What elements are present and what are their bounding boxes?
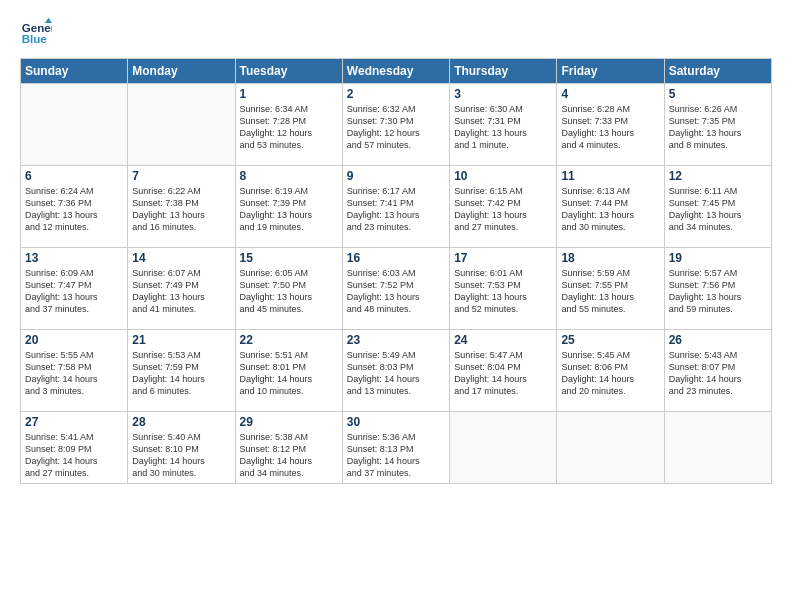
day-number: 14 xyxy=(132,251,230,265)
day-number: 3 xyxy=(454,87,552,101)
col-header-friday: Friday xyxy=(557,59,664,84)
calendar-cell: 26Sunrise: 5:43 AM Sunset: 8:07 PM Dayli… xyxy=(664,330,771,412)
day-number: 18 xyxy=(561,251,659,265)
day-info: Sunrise: 5:53 AM Sunset: 7:59 PM Dayligh… xyxy=(132,349,230,398)
calendar-cell: 14Sunrise: 6:07 AM Sunset: 7:49 PM Dayli… xyxy=(128,248,235,330)
col-header-tuesday: Tuesday xyxy=(235,59,342,84)
calendar-cell: 19Sunrise: 5:57 AM Sunset: 7:56 PM Dayli… xyxy=(664,248,771,330)
calendar-cell: 21Sunrise: 5:53 AM Sunset: 7:59 PM Dayli… xyxy=(128,330,235,412)
day-number: 13 xyxy=(25,251,123,265)
day-info: Sunrise: 6:01 AM Sunset: 7:53 PM Dayligh… xyxy=(454,267,552,316)
calendar-cell: 12Sunrise: 6:11 AM Sunset: 7:45 PM Dayli… xyxy=(664,166,771,248)
calendar-cell: 17Sunrise: 6:01 AM Sunset: 7:53 PM Dayli… xyxy=(450,248,557,330)
day-info: Sunrise: 5:36 AM Sunset: 8:13 PM Dayligh… xyxy=(347,431,445,480)
day-info: Sunrise: 6:03 AM Sunset: 7:52 PM Dayligh… xyxy=(347,267,445,316)
day-info: Sunrise: 6:32 AM Sunset: 7:30 PM Dayligh… xyxy=(347,103,445,152)
calendar-cell: 2Sunrise: 6:32 AM Sunset: 7:30 PM Daylig… xyxy=(342,84,449,166)
calendar-cell: 22Sunrise: 5:51 AM Sunset: 8:01 PM Dayli… xyxy=(235,330,342,412)
day-info: Sunrise: 6:13 AM Sunset: 7:44 PM Dayligh… xyxy=(561,185,659,234)
day-number: 11 xyxy=(561,169,659,183)
calendar-cell: 30Sunrise: 5:36 AM Sunset: 8:13 PM Dayli… xyxy=(342,412,449,484)
day-number: 15 xyxy=(240,251,338,265)
calendar-cell: 3Sunrise: 6:30 AM Sunset: 7:31 PM Daylig… xyxy=(450,84,557,166)
day-info: Sunrise: 6:11 AM Sunset: 7:45 PM Dayligh… xyxy=(669,185,767,234)
day-number: 9 xyxy=(347,169,445,183)
day-number: 24 xyxy=(454,333,552,347)
calendar-cell: 9Sunrise: 6:17 AM Sunset: 7:41 PM Daylig… xyxy=(342,166,449,248)
col-header-thursday: Thursday xyxy=(450,59,557,84)
week-row-5: 27Sunrise: 5:41 AM Sunset: 8:09 PM Dayli… xyxy=(21,412,772,484)
day-info: Sunrise: 6:24 AM Sunset: 7:36 PM Dayligh… xyxy=(25,185,123,234)
calendar-cell: 29Sunrise: 5:38 AM Sunset: 8:12 PM Dayli… xyxy=(235,412,342,484)
calendar-table: SundayMondayTuesdayWednesdayThursdayFrid… xyxy=(20,58,772,484)
day-info: Sunrise: 6:15 AM Sunset: 7:42 PM Dayligh… xyxy=(454,185,552,234)
calendar-cell: 23Sunrise: 5:49 AM Sunset: 8:03 PM Dayli… xyxy=(342,330,449,412)
day-number: 16 xyxy=(347,251,445,265)
logo-icon: General Blue xyxy=(20,16,52,48)
day-number: 23 xyxy=(347,333,445,347)
day-number: 19 xyxy=(669,251,767,265)
day-number: 10 xyxy=(454,169,552,183)
day-number: 25 xyxy=(561,333,659,347)
calendar-cell xyxy=(128,84,235,166)
day-number: 21 xyxy=(132,333,230,347)
calendar-cell xyxy=(450,412,557,484)
calendar-cell: 24Sunrise: 5:47 AM Sunset: 8:04 PM Dayli… xyxy=(450,330,557,412)
day-number: 30 xyxy=(347,415,445,429)
week-row-4: 20Sunrise: 5:55 AM Sunset: 7:58 PM Dayli… xyxy=(21,330,772,412)
day-info: Sunrise: 5:57 AM Sunset: 7:56 PM Dayligh… xyxy=(669,267,767,316)
calendar-cell: 10Sunrise: 6:15 AM Sunset: 7:42 PM Dayli… xyxy=(450,166,557,248)
day-number: 22 xyxy=(240,333,338,347)
calendar-cell: 1Sunrise: 6:34 AM Sunset: 7:28 PM Daylig… xyxy=(235,84,342,166)
day-number: 27 xyxy=(25,415,123,429)
day-info: Sunrise: 5:41 AM Sunset: 8:09 PM Dayligh… xyxy=(25,431,123,480)
calendar-cell xyxy=(557,412,664,484)
day-info: Sunrise: 5:51 AM Sunset: 8:01 PM Dayligh… xyxy=(240,349,338,398)
day-number: 26 xyxy=(669,333,767,347)
day-info: Sunrise: 5:45 AM Sunset: 8:06 PM Dayligh… xyxy=(561,349,659,398)
day-info: Sunrise: 6:17 AM Sunset: 7:41 PM Dayligh… xyxy=(347,185,445,234)
calendar-cell: 16Sunrise: 6:03 AM Sunset: 7:52 PM Dayli… xyxy=(342,248,449,330)
calendar-cell: 15Sunrise: 6:05 AM Sunset: 7:50 PM Dayli… xyxy=(235,248,342,330)
day-info: Sunrise: 5:47 AM Sunset: 8:04 PM Dayligh… xyxy=(454,349,552,398)
calendar-cell: 5Sunrise: 6:26 AM Sunset: 7:35 PM Daylig… xyxy=(664,84,771,166)
day-info: Sunrise: 5:43 AM Sunset: 8:07 PM Dayligh… xyxy=(669,349,767,398)
day-number: 28 xyxy=(132,415,230,429)
col-header-saturday: Saturday xyxy=(664,59,771,84)
day-info: Sunrise: 5:49 AM Sunset: 8:03 PM Dayligh… xyxy=(347,349,445,398)
calendar-cell: 18Sunrise: 5:59 AM Sunset: 7:55 PM Dayli… xyxy=(557,248,664,330)
day-info: Sunrise: 6:09 AM Sunset: 7:47 PM Dayligh… xyxy=(25,267,123,316)
calendar-cell: 11Sunrise: 6:13 AM Sunset: 7:44 PM Dayli… xyxy=(557,166,664,248)
day-number: 1 xyxy=(240,87,338,101)
day-number: 2 xyxy=(347,87,445,101)
calendar-cell xyxy=(21,84,128,166)
day-number: 29 xyxy=(240,415,338,429)
day-number: 17 xyxy=(454,251,552,265)
calendar-cell: 13Sunrise: 6:09 AM Sunset: 7:47 PM Dayli… xyxy=(21,248,128,330)
day-number: 8 xyxy=(240,169,338,183)
day-number: 6 xyxy=(25,169,123,183)
logo: General Blue xyxy=(20,16,56,48)
day-info: Sunrise: 5:40 AM Sunset: 8:10 PM Dayligh… xyxy=(132,431,230,480)
day-number: 7 xyxy=(132,169,230,183)
day-info: Sunrise: 6:19 AM Sunset: 7:39 PM Dayligh… xyxy=(240,185,338,234)
svg-marker-2 xyxy=(45,18,52,23)
day-number: 4 xyxy=(561,87,659,101)
svg-text:Blue: Blue xyxy=(22,33,48,45)
calendar-cell: 4Sunrise: 6:28 AM Sunset: 7:33 PM Daylig… xyxy=(557,84,664,166)
calendar-cell: 7Sunrise: 6:22 AM Sunset: 7:38 PM Daylig… xyxy=(128,166,235,248)
calendar-cell xyxy=(664,412,771,484)
day-info: Sunrise: 6:05 AM Sunset: 7:50 PM Dayligh… xyxy=(240,267,338,316)
page-header: General Blue xyxy=(20,16,772,48)
week-row-1: 1Sunrise: 6:34 AM Sunset: 7:28 PM Daylig… xyxy=(21,84,772,166)
calendar-cell: 8Sunrise: 6:19 AM Sunset: 7:39 PM Daylig… xyxy=(235,166,342,248)
day-number: 12 xyxy=(669,169,767,183)
calendar-cell: 6Sunrise: 6:24 AM Sunset: 7:36 PM Daylig… xyxy=(21,166,128,248)
day-info: Sunrise: 6:28 AM Sunset: 7:33 PM Dayligh… xyxy=(561,103,659,152)
day-info: Sunrise: 5:55 AM Sunset: 7:58 PM Dayligh… xyxy=(25,349,123,398)
day-info: Sunrise: 6:07 AM Sunset: 7:49 PM Dayligh… xyxy=(132,267,230,316)
calendar-cell: 20Sunrise: 5:55 AM Sunset: 7:58 PM Dayli… xyxy=(21,330,128,412)
calendar-header-row: SundayMondayTuesdayWednesdayThursdayFrid… xyxy=(21,59,772,84)
col-header-sunday: Sunday xyxy=(21,59,128,84)
day-info: Sunrise: 5:38 AM Sunset: 8:12 PM Dayligh… xyxy=(240,431,338,480)
